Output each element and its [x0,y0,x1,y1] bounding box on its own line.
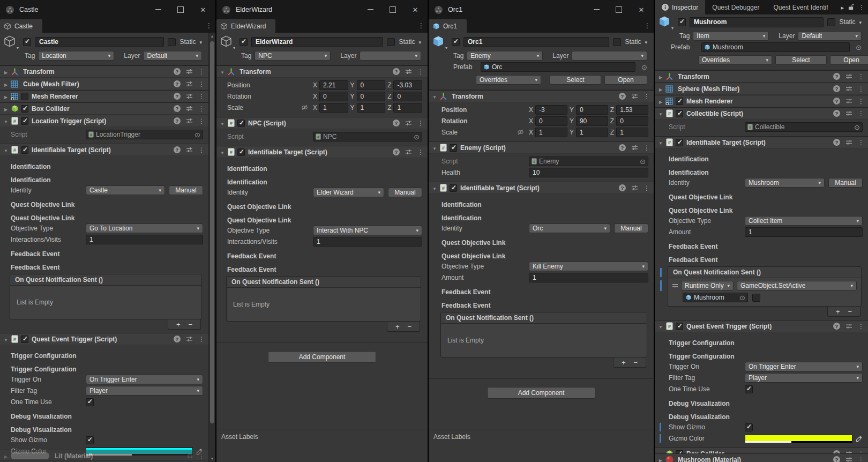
remove-event-button[interactable] [188,321,192,329]
help-icon[interactable] [393,68,400,75]
maximize-button[interactable] [608,0,630,19]
static-checkbox[interactable] [387,38,395,46]
filter-tag-dropdown[interactable]: Player [86,386,203,396]
close-button[interactable] [192,0,214,19]
component-enabled-checkbox[interactable] [237,148,245,156]
one-time-use-checkbox[interactable] [745,385,753,393]
presets-icon[interactable] [405,120,412,126]
component-header-identifiable-target[interactable]: # Identifiable Target (Script) [0,144,208,156]
minimize-button[interactable] [147,0,169,19]
script-object-field[interactable]: #Collectible [745,122,863,132]
foldout-icon[interactable] [219,68,226,76]
castle-titlebar[interactable]: Castle [0,0,215,19]
prefab-cube-icon[interactable] [432,35,448,49]
foldout-icon[interactable] [2,452,10,460]
component-menu-icon[interactable] [417,68,424,76]
trigger-on-dropdown[interactable]: On Trigger Enter [86,375,203,384]
tag-dropdown[interactable]: Location [38,51,114,61]
component-header-mesh-renderer[interactable]: Mesh Renderer [0,90,208,102]
help-icon[interactable] [833,110,840,117]
component-header-transform[interactable]: Transform [429,90,654,102]
interactions-field[interactable]: 1 [86,235,203,244]
presets-icon[interactable] [845,86,852,92]
select-button[interactable]: Select [550,75,601,85]
foldout-icon[interactable] [657,110,664,117]
manual-button[interactable]: Manual [828,178,863,188]
tab-castle[interactable]: Castle [0,19,42,33]
component-menu-icon[interactable] [858,456,864,462]
help-icon[interactable] [833,98,840,105]
object-picker-icon[interactable] [639,64,647,71]
asset-labels-bar[interactable]: Asset Labels [0,460,208,462]
foldout-icon[interactable] [2,68,10,76]
minimize-button[interactable] [359,0,381,19]
foldout-icon[interactable] [431,93,438,100]
objective-type-dropdown[interactable]: Interact With NPC [313,226,422,235]
scale-y-field[interactable]: 1 [357,103,386,113]
tab-quest-debugger[interactable]: Quest Debugger [705,0,766,14]
static-checkbox[interactable] [827,18,835,26]
tab-menu-icon[interactable] [418,22,424,29]
layer-dropdown[interactable] [360,51,421,61]
rotation-x-field[interactable]: 0 [535,116,567,126]
foldout-icon[interactable] [2,80,10,88]
help-icon[interactable] [393,148,400,155]
presets-icon[interactable] [186,118,193,124]
rotation-y-field[interactable]: 0 [357,92,386,101]
presets-icon[interactable] [845,323,852,329]
help-icon[interactable] [174,105,181,112]
tag-dropdown[interactable]: Enemy [467,51,543,61]
help-icon[interactable] [833,139,840,146]
amount-field[interactable]: 1 [529,273,648,282]
position-y-field[interactable]: 0 [576,105,608,115]
component-menu-icon[interactable] [858,98,864,105]
component-header-transform[interactable]: Transform [0,65,208,78]
help-icon[interactable] [174,68,181,75]
add-event-button[interactable] [836,308,840,316]
setactive-value-checkbox[interactable] [752,294,760,302]
foldout-icon[interactable] [2,105,10,113]
foldout-icon[interactable] [431,184,438,192]
manual-button[interactable]: Manual [388,188,422,197]
component-menu-icon[interactable] [858,110,864,117]
component-header-transform[interactable]: Transform [655,70,868,83]
presets-icon[interactable] [186,81,193,87]
component-menu-icon[interactable] [417,120,424,127]
objective-type-dropdown[interactable]: Go To Location [86,223,203,233]
component-menu-icon[interactable] [198,452,205,460]
component-enabled-checkbox[interactable] [21,117,28,125]
manual-button[interactable]: Manual [169,185,203,195]
rotation-z-field[interactable]: 0 [616,116,648,126]
component-menu-icon[interactable] [643,93,650,100]
component-header-location-trigger[interactable]: # Location Trigger (Script) [0,115,208,127]
help-icon[interactable] [833,73,840,80]
component-menu-icon[interactable] [858,73,864,80]
foldout-icon[interactable] [2,93,10,100]
help-icon[interactable] [833,456,840,462]
component-header-identifiable-target[interactable]: # Identifiable Target (Script) [655,136,868,148]
script-object-field[interactable]: #LocationTrigger [86,130,203,139]
prefab-object-field[interactable]: Mushroom [701,42,850,52]
tab-menu-icon[interactable] [206,22,212,29]
component-header-identifiable-target[interactable]: # Identifiable Target (Script) [216,146,428,158]
scrollbar-thumb[interactable] [210,41,214,423]
foldout-icon[interactable] [219,148,226,156]
component-header-quest-event-trigger[interactable]: # Quest Event Trigger (Script) [655,320,868,332]
foldout-icon[interactable] [219,120,226,127]
elderwizard-titlebar[interactable]: ElderWizard [216,0,428,19]
component-header-quest-event-trigger[interactable]: # Quest Event Trigger (Script) [0,333,208,345]
component-menu-icon[interactable] [198,146,205,154]
presets-icon[interactable] [631,93,638,99]
layer-dropdown[interactable]: Default [143,51,202,61]
component-enabled-checkbox[interactable] [21,105,28,113]
minimize-button[interactable] [585,0,608,19]
constrain-proportions-icon[interactable] [517,129,524,137]
tag-dropdown[interactable]: NPC [255,51,331,61]
help-icon[interactable] [174,80,181,87]
identity-dropdown[interactable]: Orc [529,223,610,233]
remove-event-button[interactable] [633,359,638,367]
static-dropdown-caret[interactable] [859,18,862,26]
object-picker-icon[interactable] [411,133,420,140]
presets-icon[interactable] [405,69,412,74]
script-object-field[interactable]: #Enemy [529,157,648,166]
